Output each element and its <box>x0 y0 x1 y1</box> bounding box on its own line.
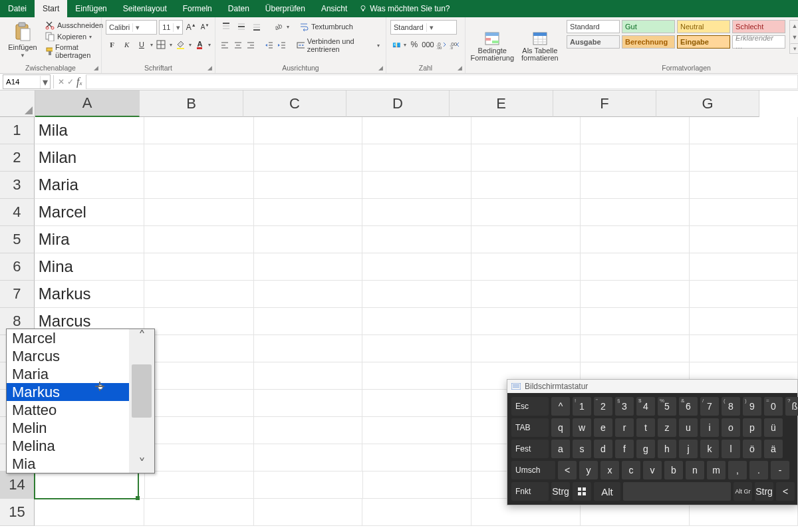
bold-button[interactable]: F <box>106 38 118 51</box>
format-painter-button[interactable]: Format übertragen <box>43 43 105 60</box>
osk-key[interactable]: i <box>700 418 719 437</box>
osk-key[interactable]: &6 <box>679 397 698 416</box>
osk-key[interactable]: n <box>686 461 704 479</box>
column-header-A[interactable]: A <box>35 90 140 117</box>
cell-C9[interactable] <box>254 335 362 362</box>
cell-D9[interactable] <box>362 335 471 362</box>
osk-key[interactable]: ü <box>764 418 783 437</box>
cell-B9[interactable] <box>144 335 253 362</box>
accounting-format-button[interactable]: 💶 <box>390 38 402 51</box>
decrease-decimal-button[interactable]: ,00,0 <box>450 38 461 51</box>
tab-ueberpruefen[interactable]: Überprüfen <box>257 0 313 17</box>
cell-E8[interactable] <box>471 308 581 335</box>
conditional-formatting-button[interactable]: Bedingte Formatierung <box>469 30 515 63</box>
osk-key[interactable]: t <box>636 418 655 437</box>
tell-me-search[interactable]: Was möchten Sie tun? <box>359 4 450 13</box>
osk-key[interactable]: u <box>679 418 698 437</box>
osk-key[interactable]: m <box>707 461 726 479</box>
osk-key[interactable]: =0 <box>764 397 783 416</box>
on-screen-keyboard[interactable]: Bildschirmtastatur Esc^!1"2§3$4%5&6/7(8)… <box>507 379 798 505</box>
osk-key[interactable]: !1 <box>573 397 591 416</box>
cell-A2[interactable]: Milan <box>35 144 144 172</box>
cell-D10[interactable] <box>362 362 471 390</box>
thousands-button[interactable]: 000 <box>422 38 434 51</box>
osk-key[interactable]: < <box>776 482 795 501</box>
cell-F7[interactable] <box>581 281 689 308</box>
cell-F5[interactable] <box>581 226 689 253</box>
column-header-B[interactable]: B <box>140 90 243 117</box>
autocomplete-item[interactable]: Marcel <box>7 329 129 347</box>
cell-C14[interactable] <box>254 471 362 499</box>
font-name-combo[interactable]: Calibri▾ <box>106 20 157 35</box>
row-header[interactable]: 7 <box>0 281 35 308</box>
cell-D14[interactable] <box>363 471 471 499</box>
font-size-combo[interactable]: 11▾ <box>159 20 183 35</box>
cell-C10[interactable] <box>254 362 362 390</box>
cell-B15[interactable] <box>144 499 253 526</box>
tab-datei[interactable]: Datei <box>0 0 35 17</box>
cell-A4[interactable]: Marcel <box>35 199 144 226</box>
cell-G8[interactable] <box>690 308 798 335</box>
cell-G1[interactable] <box>690 117 798 144</box>
styles-more-button[interactable]: ▾ <box>790 43 798 53</box>
name-box-dropdown[interactable]: ▾ <box>40 76 50 88</box>
cell-F1[interactable] <box>581 117 689 144</box>
dialog-launcher-number[interactable]: ◢ <box>456 64 464 72</box>
increase-indent-button[interactable] <box>277 39 288 52</box>
osk-key[interactable]: o <box>722 418 740 437</box>
tab-einfuegen[interactable]: Einfügen <box>67 0 114 17</box>
osk-key[interactable]: ä <box>764 440 783 458</box>
osk-key[interactable]: l <box>722 440 740 458</box>
styles-scroll-up[interactable]: ▲ <box>790 21 798 31</box>
cell-C7[interactable] <box>254 281 362 308</box>
scroll-up-button[interactable]: ˄ <box>129 329 154 345</box>
cell-C2[interactable] <box>254 144 362 172</box>
cell-E7[interactable] <box>471 281 581 308</box>
tab-ansicht[interactable]: Ansicht <box>313 0 355 17</box>
osk-key[interactable]: y <box>579 461 598 479</box>
style-gut[interactable]: Gut <box>622 20 675 33</box>
autocomplete-item[interactable]: Marcus <box>7 347 129 365</box>
tab-seitenlayout[interactable]: Seitenlayout <box>115 0 175 17</box>
cell-A1[interactable]: Mila <box>35 117 144 144</box>
autocomplete-item[interactable]: Markus <box>7 383 129 401</box>
decrease-font-button[interactable]: A▼ <box>199 21 211 34</box>
cell-C6[interactable] <box>254 253 362 281</box>
cell-D5[interactable] <box>362 226 471 253</box>
cell-A6[interactable]: Mina <box>35 253 144 281</box>
cell-B3[interactable] <box>144 172 253 199</box>
cell-B10[interactable] <box>144 362 253 390</box>
cell-B1[interactable] <box>144 117 253 144</box>
formula-input[interactable] <box>86 74 798 89</box>
autocomplete-item[interactable]: Melina <box>7 437 129 455</box>
cell-C1[interactable] <box>254 117 362 144</box>
osk-titlebar[interactable]: Bildschirmtastatur <box>507 380 797 393</box>
borders-button[interactable] <box>155 38 168 51</box>
copy-button[interactable]: Kopieren ▾ <box>43 31 105 42</box>
row-header[interactable]: 1 <box>0 117 35 144</box>
osk-key[interactable]: , <box>728 461 747 479</box>
cell-C5[interactable] <box>254 226 362 253</box>
cell-F6[interactable] <box>581 253 689 281</box>
column-header-G[interactable]: G <box>656 90 759 117</box>
cell-E4[interactable] <box>471 199 581 226</box>
osk-key[interactable]: j <box>679 440 698 458</box>
osk-key[interactable]: (8 <box>722 397 740 416</box>
cell-C15[interactable] <box>254 499 362 526</box>
column-header-E[interactable]: E <box>450 90 553 117</box>
cell-F8[interactable] <box>581 308 689 335</box>
row-header[interactable]: 14 <box>0 471 35 499</box>
format-as-table-button[interactable]: Als Tabelle formatieren <box>517 30 563 63</box>
osk-key[interactable]: p <box>743 418 761 437</box>
orientation-button[interactable]: ab <box>271 20 285 33</box>
osk-key[interactable]: g <box>636 440 655 458</box>
cell-B6[interactable] <box>144 253 253 281</box>
scroll-thumb[interactable] <box>132 364 152 418</box>
scroll-down-button[interactable]: ˅ <box>129 457 154 473</box>
osk-key[interactable]: Strg <box>755 482 773 501</box>
style-erklaerend[interactable]: Erklärender … <box>732 35 785 49</box>
merge-center-button[interactable]: Verbinden und zentrieren▾ <box>295 37 382 54</box>
row-header[interactable]: 15 <box>0 499 35 526</box>
cell-F2[interactable] <box>581 144 689 172</box>
cell-D6[interactable] <box>362 253 471 281</box>
